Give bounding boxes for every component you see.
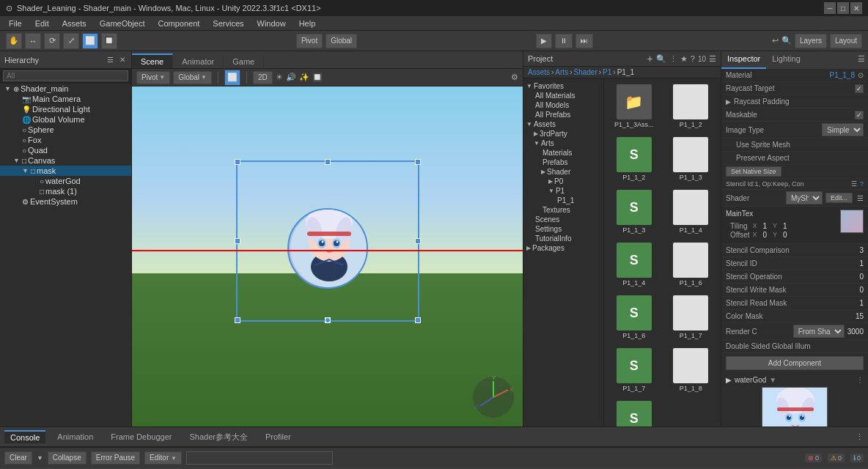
tab-shader-ref[interactable]: Shader参考大全 xyxy=(183,430,253,444)
project-search-icon[interactable]: 🔍 xyxy=(656,54,666,64)
tab-console[interactable]: Console xyxy=(4,430,45,443)
project-tree-item[interactable]: ▶Shader xyxy=(523,167,603,177)
editor-button[interactable]: Editor ▼ xyxy=(144,451,182,465)
tab-animation[interactable]: Animation xyxy=(51,431,99,443)
raycast-padding-arrow-icon[interactable]: ▶ xyxy=(726,98,731,106)
stencil-list-icon[interactable]: ☰ xyxy=(851,180,857,188)
collapse-button[interactable]: Collapse xyxy=(48,451,87,465)
project-tree-item[interactable]: TutorialInfo xyxy=(523,234,603,243)
scene-gizmos-icon[interactable]: 🔲 xyxy=(312,73,323,82)
project-tree-item[interactable]: All Prefabs xyxy=(523,110,603,119)
close-button[interactable]: ✕ xyxy=(850,2,862,14)
project-tree-item[interactable]: All Models xyxy=(523,100,603,110)
hierarchy-item-maincamera[interactable]: 📷Main Camera xyxy=(0,94,131,104)
breadcrumb-p1[interactable]: P1 xyxy=(603,68,611,76)
maintex-thumbnail[interactable] xyxy=(840,210,864,233)
project-tree-item[interactable]: ▼Favorites xyxy=(523,81,603,91)
asset-item[interactable]: P1_1_7 xyxy=(664,292,718,342)
hierarchy-item-mask(1)[interactable]: □mask (1) xyxy=(0,186,131,196)
hierarchy-search-input[interactable] xyxy=(3,70,128,81)
image-type-select[interactable]: Simple xyxy=(822,123,864,136)
project-tree-item[interactable]: ▶Packages xyxy=(523,243,603,253)
asset-item[interactable]: SP1_1_3 xyxy=(607,187,661,237)
project-tree-item[interactable]: P1_1 xyxy=(523,196,603,205)
hierarchy-item-directionallight[interactable]: 💡Directional Light xyxy=(0,104,131,114)
undo-icon[interactable]: ↩ xyxy=(772,36,779,45)
menu-item-file[interactable]: File xyxy=(3,18,28,29)
inspector-menu-icon[interactable]: ☰ xyxy=(855,51,868,69)
layers-button[interactable]: Layers xyxy=(795,34,827,48)
scene-effects-icon[interactable]: ✨ xyxy=(299,73,309,82)
asset-item[interactable]: SP1_1_2 xyxy=(607,134,661,184)
asset-item[interactable]: SP1_1_6 xyxy=(607,292,661,342)
project-fave-icon[interactable]: ★ xyxy=(680,54,688,64)
menu-item-component[interactable]: Component xyxy=(152,18,205,29)
shader-edit-button[interactable]: Edit... xyxy=(825,193,853,203)
waterGod-thumbnail[interactable] xyxy=(762,387,828,426)
tab-lighting[interactable]: Lighting xyxy=(766,51,806,69)
tab-game[interactable]: Game xyxy=(224,55,264,68)
menu-item-window[interactable]: Window xyxy=(251,18,292,29)
asset-item[interactable]: SP1_1_7 xyxy=(607,345,661,395)
asset-item[interactable]: SP1_1_4 xyxy=(607,240,661,289)
asset-item[interactable]: 📁P1_1_3Ass... xyxy=(607,81,661,131)
scene-pivot-button[interactable]: Pivot ▼ xyxy=(136,71,170,84)
tab-inspector[interactable]: Inspector xyxy=(721,51,766,69)
pivot-button[interactable]: Pivot xyxy=(296,34,323,48)
shader-list-icon[interactable]: ☰ xyxy=(857,194,864,202)
tab-frame-debugger[interactable]: Frame Debugger xyxy=(105,431,177,443)
menu-item-assets[interactable]: Assets xyxy=(56,18,92,29)
step-button[interactable]: ⏭ xyxy=(575,34,593,48)
scene-rect-tool[interactable]: ⬜ xyxy=(224,70,240,86)
project-tree-item[interactable]: Textures xyxy=(523,205,603,215)
asset-item[interactable]: P1_1_4 xyxy=(664,187,718,237)
breadcrumb-assets[interactable]: Assets xyxy=(528,68,550,76)
maximize-button[interactable]: □ xyxy=(837,2,849,14)
asset-item[interactable]: P1_1_6 xyxy=(664,240,718,289)
tab-profiler[interactable]: Profiler xyxy=(260,431,297,443)
clear-button[interactable]: Clear xyxy=(4,451,32,465)
hierarchy-item-sphere[interactable]: ○Sphere xyxy=(0,125,131,135)
watergod-arrow-icon[interactable]: ▶ xyxy=(726,376,732,384)
console-search-input[interactable] xyxy=(186,451,333,465)
watergod-dropdown-icon[interactable]: ▼ xyxy=(769,376,776,384)
scene-global-button[interactable]: Global ▼ xyxy=(173,71,212,84)
project-tree-item[interactable]: ▼Assets xyxy=(523,119,603,129)
project-tree-item[interactable]: ▼Arts xyxy=(523,139,603,148)
error-pause-button[interactable]: Error Pause xyxy=(91,451,140,465)
asset-item[interactable]: SP1_1_8 xyxy=(607,398,661,426)
minimize-button[interactable]: ─ xyxy=(824,2,836,14)
watergod-menu-icon[interactable]: ⋮ xyxy=(856,376,864,384)
maskable-checkbox[interactable] xyxy=(855,111,864,119)
project-tree-item[interactable]: Settings xyxy=(523,224,603,234)
asset-item[interactable]: P1_1_2 xyxy=(664,81,718,131)
set-native-size-button[interactable]: Set Native Size xyxy=(726,166,781,177)
breadcrumb-p1_1[interactable]: P1_1 xyxy=(617,68,634,76)
hierarchy-item-fox[interactable]: ○Fox xyxy=(0,135,131,145)
move-tool-button[interactable]: ↔ xyxy=(25,33,41,49)
breadcrumb-arts[interactable]: Arts xyxy=(555,68,568,76)
bottom-panel-menu-icon[interactable]: ⋮ xyxy=(856,432,864,442)
rotate-tool-button[interactable]: ⟳ xyxy=(44,33,60,49)
project-add-icon[interactable]: + xyxy=(647,53,653,64)
global-button[interactable]: Global xyxy=(326,34,357,48)
asset-item[interactable]: P1_1_8 xyxy=(664,345,718,395)
material-value[interactable]: P1_1_8 xyxy=(830,71,855,79)
add-component-button[interactable]: Add Component xyxy=(726,356,864,370)
hierarchy-item-mask[interactable]: ▼□mask xyxy=(0,166,131,176)
raycast-target-checkbox[interactable] xyxy=(855,84,864,93)
project-menu-icon[interactable]: ⋮ xyxy=(669,54,677,64)
hierarchy-item-quad[interactable]: ○Quad xyxy=(0,145,131,155)
layout-button[interactable]: Layout xyxy=(830,34,862,48)
hierarchy-item-canvas[interactable]: ▼□Canvas xyxy=(0,155,131,166)
hierarchy-menu-button[interactable]: ☰ xyxy=(106,56,115,64)
hierarchy-item-eventsystem[interactable]: ⚙EventSystem xyxy=(0,196,131,207)
play-button[interactable]: ▶ xyxy=(536,34,552,48)
hand-tool-button[interactable]: ✋ xyxy=(6,33,22,49)
shader-select[interactable]: MySh xyxy=(786,191,823,204)
pause-button[interactable]: ⏸ xyxy=(555,34,573,48)
hierarchy-item-globalvolume[interactable]: 🌐Global Volume xyxy=(0,114,131,125)
rect-tool-button[interactable]: ⬜ xyxy=(82,33,98,49)
search-icon[interactable]: 🔍 xyxy=(781,36,792,45)
menu-item-help[interactable]: Help xyxy=(293,18,322,29)
